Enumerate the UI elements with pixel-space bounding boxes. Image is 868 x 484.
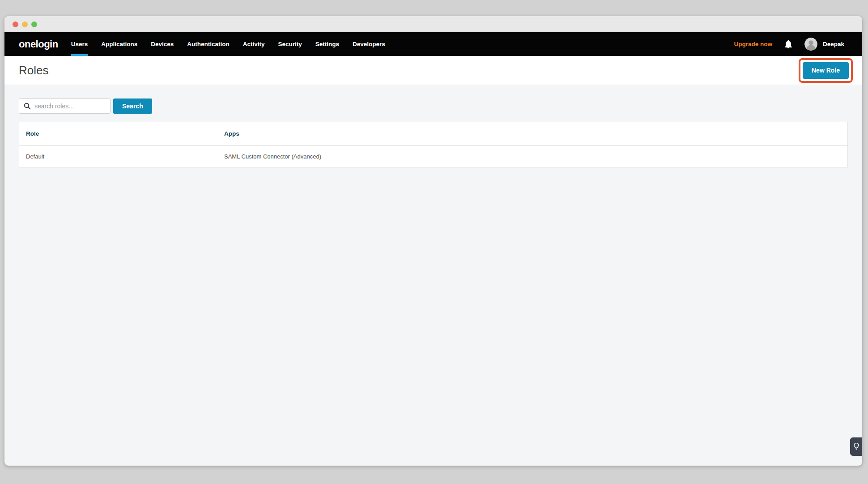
search-row: Search	[19, 99, 848, 114]
nav-item-label: Activity	[243, 41, 265, 47]
nav-menu: Users Applications Devices Authenticatio…	[64, 32, 392, 56]
user-avatar	[804, 38, 817, 51]
page-header: Roles New Role	[4, 56, 862, 85]
main-content: Search Role Apps Default SAML Custom Con…	[4, 85, 862, 466]
browser-window: onelogin Users Applications Devices Auth…	[4, 16, 862, 466]
roles-table-header: Role Apps	[19, 122, 847, 145]
nav-item-label: Applications	[101, 41, 137, 47]
nav-item-label: Settings	[315, 41, 339, 47]
lightbulb-icon	[854, 443, 859, 450]
tutorial-highlight-box: New Role	[799, 58, 853, 83]
nav-item-label: Authentication	[187, 41, 230, 47]
window-minimize-icon[interactable]	[22, 21, 28, 27]
page-title: Roles	[19, 64, 48, 77]
help-widget-tab[interactable]	[850, 437, 862, 456]
role-name-cell: Default	[19, 146, 217, 167]
nav-item-users[interactable]: Users	[64, 32, 95, 56]
nav-item-developers[interactable]: Developers	[346, 32, 392, 56]
table-header-row: Role Apps	[19, 122, 847, 145]
nav-item-label: Developers	[353, 41, 385, 47]
column-header-apps: Apps	[217, 122, 847, 145]
notifications-bell-icon[interactable]	[785, 40, 792, 48]
user-name: Deepak	[823, 41, 844, 47]
nav-item-label: Devices	[151, 41, 174, 47]
window-titlebar[interactable]	[4, 16, 862, 32]
navbar-right-section: Upgrade now Deepak	[734, 32, 844, 56]
nav-item-devices[interactable]: Devices	[144, 32, 180, 56]
nav-item-settings[interactable]: Settings	[309, 32, 346, 56]
roles-table: Role Apps Default SAML Custom Connector …	[19, 122, 848, 167]
nav-item-label: Users	[71, 41, 88, 47]
window-maximize-icon[interactable]	[31, 21, 37, 27]
top-navbar: onelogin Users Applications Devices Auth…	[4, 32, 862, 56]
upgrade-now-link[interactable]: Upgrade now	[734, 41, 772, 47]
search-icon	[24, 103, 31, 110]
nav-item-applications[interactable]: Applications	[94, 32, 144, 56]
column-header-role: Role	[19, 122, 217, 145]
roles-table-body: Default SAML Custom Connector (Advanced)	[19, 145, 847, 167]
nav-item-label: Security	[278, 41, 302, 47]
search-roles-input[interactable]	[34, 103, 106, 110]
window-close-icon[interactable]	[13, 21, 18, 27]
nav-item-authentication[interactable]: Authentication	[180, 32, 236, 56]
table-row[interactable]: Default SAML Custom Connector (Advanced)	[19, 145, 847, 167]
role-apps-cell: SAML Custom Connector (Advanced)	[217, 146, 847, 167]
search-box	[19, 99, 111, 114]
new-role-button[interactable]: New Role	[803, 62, 849, 79]
nav-item-security[interactable]: Security	[272, 32, 309, 56]
onelogin-logo[interactable]: onelogin	[19, 39, 58, 50]
nav-item-activity[interactable]: Activity	[236, 32, 272, 56]
user-menu[interactable]: Deepak	[804, 38, 844, 51]
search-button[interactable]: Search	[113, 99, 152, 114]
